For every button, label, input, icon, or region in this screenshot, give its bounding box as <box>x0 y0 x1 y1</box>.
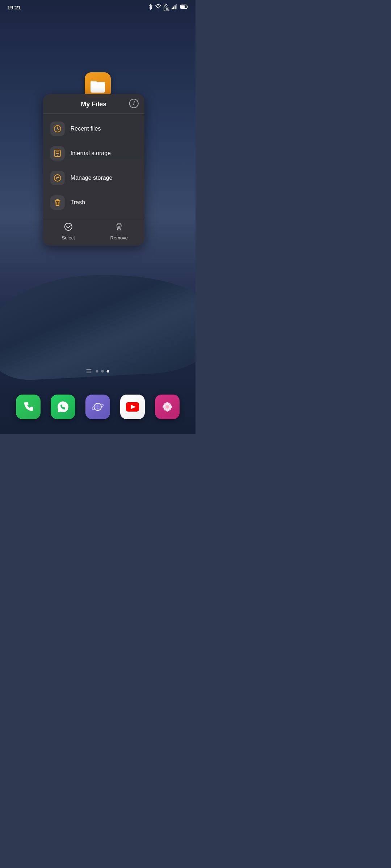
svg-rect-7 <box>91 81 97 83</box>
menu-header: My Files i <box>43 94 144 112</box>
menu-divider-top <box>43 113 144 114</box>
internal-storage-icon-bg <box>50 146 65 161</box>
menu-item-internal-storage[interactable]: Internal storage <box>43 141 144 166</box>
menu-item-trash[interactable]: Trash <box>43 190 144 215</box>
select-icon <box>64 222 73 233</box>
page-line-2 <box>87 371 92 371</box>
svg-rect-5 <box>181 5 185 8</box>
context-menu: My Files i Recent files <box>43 94 144 246</box>
page-dot-1[interactable] <box>96 370 98 373</box>
page-dot-2[interactable] <box>101 370 104 373</box>
remove-action[interactable]: Remove <box>94 217 144 246</box>
info-icon: i <box>133 101 135 106</box>
menu-actions: Select Remove <box>43 217 144 246</box>
status-bar: 19:21 VoLTE <box>0 0 196 14</box>
battery-icon <box>180 4 188 10</box>
svg-point-12 <box>57 155 58 156</box>
trash-label: Trash <box>71 199 85 206</box>
page-line-1 <box>87 369 92 370</box>
dock-app-phone[interactable] <box>16 395 41 419</box>
svg-point-14 <box>56 178 56 179</box>
remove-label: Remove <box>110 235 128 241</box>
recent-files-icon-bg <box>50 122 65 136</box>
svg-point-15 <box>65 223 72 230</box>
page-dot-3[interactable] <box>107 370 109 373</box>
trash-icon-bg <box>50 195 65 210</box>
manage-storage-label: Manage storage <box>71 175 113 181</box>
svg-rect-10 <box>56 152 59 152</box>
dock-app-flower[interactable] <box>155 395 180 419</box>
menu-item-manage-storage[interactable]: Manage storage <box>43 166 144 190</box>
svg-rect-1 <box>173 7 174 9</box>
menu-items-list: Recent files Internal storage <box>43 114 144 217</box>
dock-app-youtube[interactable] <box>120 395 145 419</box>
page-lines-indicator <box>87 369 92 373</box>
dock-app-whatsapp[interactable] <box>51 395 75 419</box>
status-time: 19:21 <box>7 4 21 10</box>
manage-storage-icon-bg <box>50 171 65 185</box>
svg-rect-3 <box>176 4 177 9</box>
select-label: Select <box>62 235 75 241</box>
select-action[interactable]: Select <box>43 217 94 246</box>
page-line-3 <box>87 373 92 373</box>
recent-files-label: Recent files <box>71 125 101 132</box>
info-button[interactable]: i <box>129 99 139 108</box>
svg-rect-2 <box>175 5 176 9</box>
internal-storage-label: Internal storage <box>71 150 111 157</box>
signal-icon <box>172 4 178 10</box>
menu-title: My Files <box>81 101 106 108</box>
svg-rect-0 <box>172 8 173 9</box>
menu-item-recent-files[interactable]: Recent files <box>43 116 144 141</box>
dock-app-browser[interactable] <box>85 395 110 419</box>
page-indicators <box>87 369 109 373</box>
remove-icon <box>115 222 123 233</box>
status-icons: VoLTE <box>148 3 188 11</box>
volte-icon: VoLTE <box>163 3 169 11</box>
svg-point-29 <box>165 405 169 409</box>
wifi-icon <box>155 4 161 10</box>
svg-rect-11 <box>56 153 59 154</box>
dock <box>0 387 196 434</box>
bluetooth-icon <box>148 4 153 11</box>
